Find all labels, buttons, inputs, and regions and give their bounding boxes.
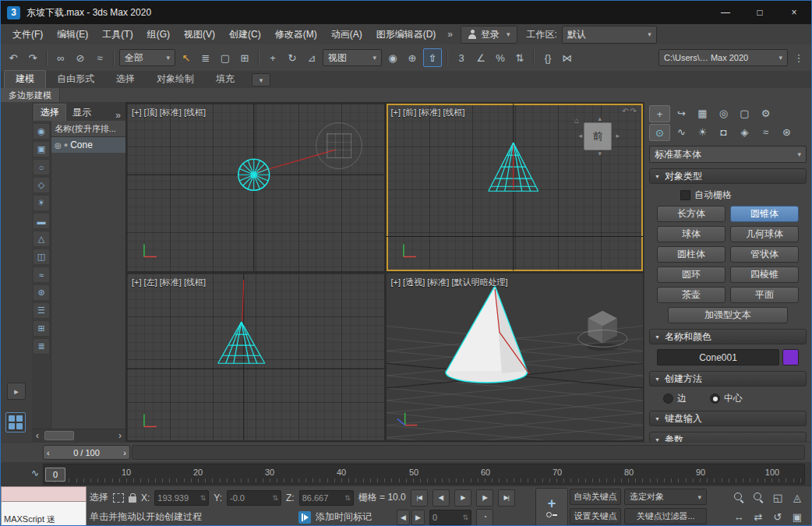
- textplus-button[interactable]: 加强型文本: [668, 307, 788, 323]
- app-logo-icon[interactable]: 3: [7, 6, 20, 19]
- maximize-viewport-icon[interactable]: ▣: [788, 507, 807, 526]
- window-crossing-icon[interactable]: ⊞: [236, 49, 253, 66]
- viewcube-right-icon[interactable]: ▸: [616, 132, 620, 139]
- unlink-selection-icon[interactable]: ⊘: [72, 49, 89, 66]
- explorer-tab-select[interactable]: 选择: [34, 104, 66, 121]
- zoom-extents-icon[interactable]: ◱: [768, 488, 787, 507]
- select-and-manipulate-icon[interactable]: ⊕: [404, 49, 421, 66]
- pan-icon[interactable]: ↔: [729, 507, 748, 526]
- menu-create[interactable]: 创建(C): [222, 24, 268, 44]
- ribbon-tab-selection[interactable]: 选择: [105, 71, 146, 88]
- ribbon-tab-freeform[interactable]: 自由形式: [46, 71, 105, 88]
- display-filter-icon[interactable]: ○: [33, 159, 50, 175]
- spinner-icon[interactable]: ⇅: [200, 494, 207, 502]
- key-filter-selection-dropdown[interactable]: 选定对象 ▾: [624, 489, 707, 505]
- modify-panel-icon[interactable]: ↪: [672, 105, 691, 121]
- ribbon-tab-populate[interactable]: 填充: [205, 71, 245, 88]
- teapot-button[interactable]: 茶壶: [657, 287, 726, 303]
- list-item-cone[interactable]: ◎ ● Cone: [51, 137, 125, 153]
- reference-coordinate-dropdown[interactable]: 视图 ▾: [323, 49, 382, 66]
- spinner-snap-icon[interactable]: ⇅: [511, 49, 528, 66]
- add-time-tag-label[interactable]: 添加时间标记: [316, 510, 372, 524]
- object-color-swatch[interactable]: [782, 349, 799, 365]
- add-time-tag-icon[interactable]: [298, 511, 311, 524]
- autogrid-checkbox[interactable]: [680, 190, 690, 200]
- pyramid-button[interactable]: 四棱锥: [730, 267, 799, 283]
- explorer-sort-header[interactable]: 名称(按升序排...: [51, 121, 125, 137]
- viewport-top[interactable]: [+] [顶] [标准] [线框]: [127, 104, 384, 271]
- menu-animation[interactable]: 动画(A): [324, 24, 369, 44]
- visibility-icon[interactable]: ◎: [55, 141, 62, 150]
- explorer-scrollbar[interactable]: ‹ ›: [32, 429, 125, 442]
- spinner-icon[interactable]: ⇅: [272, 494, 278, 502]
- cylinder-button[interactable]: 圆柱体: [657, 246, 726, 263]
- go-to-start-button[interactable]: |◀: [411, 489, 428, 507]
- bind-to-space-warp-icon[interactable]: ≈: [91, 49, 108, 66]
- selection-region-icon[interactable]: [113, 493, 124, 503]
- systems-category-icon[interactable]: ⊛: [777, 124, 796, 139]
- minimize-button[interactable]: —: [708, 1, 743, 24]
- display-filter-icon[interactable]: ⊛: [33, 284, 50, 301]
- previous-frame-button[interactable]: ◀|: [432, 489, 450, 507]
- motion-panel-icon[interactable]: ◎: [714, 105, 733, 121]
- lights-category-icon[interactable]: ☀: [693, 124, 712, 139]
- menu-modifiers[interactable]: 修改器(M): [268, 24, 324, 44]
- z-coordinate-field[interactable]: 86.667⇅: [299, 490, 354, 506]
- viewcube-left-icon[interactable]: ◂: [578, 132, 582, 139]
- cone-button[interactable]: 圆锥体: [730, 206, 799, 222]
- viewport-perspective[interactable]: [+] [透视] [标准] [默认明暗处理]: [387, 274, 644, 441]
- name-color-header[interactable]: ▼ 名称和颜色: [649, 329, 807, 344]
- maxscript-mini-listener[interactable]: MAXScript 迷: [1, 486, 86, 526]
- orbit-icon[interactable]: ↺: [768, 507, 787, 526]
- tube-button[interactable]: 管状体: [730, 246, 799, 263]
- viewport-layout-tabs-icon[interactable]: [5, 412, 26, 432]
- use-pivot-point-center-icon[interactable]: ◉: [384, 49, 401, 66]
- listener-pane[interactable]: MAXScript 迷: [1, 502, 86, 526]
- display-filter-icon[interactable]: ◉: [33, 123, 50, 139]
- redo-icon[interactable]: ↷: [24, 49, 41, 66]
- menu-edit[interactable]: 编辑(E): [50, 24, 95, 44]
- object-type-header[interactable]: ▼ 对象类型: [649, 168, 807, 184]
- slider-prev-icon[interactable]: ‹: [47, 448, 50, 457]
- x-coordinate-field[interactable]: 193.939⇅: [154, 490, 209, 506]
- cameras-category-icon[interactable]: ◘: [714, 124, 733, 139]
- keyboard-entry-header[interactable]: ▼ 键盘输入: [649, 411, 807, 426]
- helpers-category-icon[interactable]: ◈: [735, 124, 754, 139]
- viewport-front[interactable]: [+] [前] [标准] [线框] ⌂ ↶↷ 前 ▴ ▾ ◂ ▸: [387, 104, 644, 271]
- snaps-toggle-icon[interactable]: 3: [453, 49, 470, 66]
- keyboard-shortcut-override-icon[interactable]: ⇧: [423, 48, 442, 67]
- geometry-category-icon[interactable]: ⊙: [649, 124, 670, 141]
- set-key-button[interactable]: 设置关键点: [570, 508, 621, 524]
- viewport-label[interactable]: [+] [前] [标准] [线框]: [391, 107, 465, 118]
- primitive-category-dropdown[interactable]: 标准基本体 ▾: [649, 146, 807, 163]
- selection-filter-dropdown[interactable]: 全部 ▾: [119, 49, 175, 66]
- display-filter-icon[interactable]: ▬: [33, 213, 50, 229]
- time-slider-handle[interactable]: ‹ 0 / 100 ›: [43, 445, 130, 460]
- display-panel-icon[interactable]: ▢: [735, 105, 754, 121]
- display-filter-icon[interactable]: ≈: [33, 267, 50, 283]
- track-bar-ruler[interactable]: 0 10 20 30 40 50 60 70 80 90 100: [43, 464, 805, 485]
- previous-key-icon[interactable]: ◀: [397, 510, 410, 525]
- close-button[interactable]: ×: [777, 1, 811, 24]
- viewcube-up-icon[interactable]: ▴: [598, 115, 602, 122]
- menu-graph-editors[interactable]: 图形编辑器(D): [369, 24, 443, 44]
- ribbon-minimize-icon[interactable]: ▾: [252, 73, 270, 86]
- spinner-icon[interactable]: ⇅: [344, 494, 351, 502]
- menu-views[interactable]: 视图(V): [177, 24, 222, 44]
- display-filter-icon[interactable]: ◇: [33, 177, 50, 193]
- auto-key-button[interactable]: 自动关键点: [570, 489, 621, 505]
- current-frame-field[interactable]: 0⇅: [429, 510, 471, 525]
- project-folder-dropdown[interactable]: C:\Users\… Max 2020 ▾: [658, 49, 788, 66]
- macro-recorder-pane[interactable]: [1, 486, 86, 502]
- display-filter-icon[interactable]: ☰: [33, 302, 50, 319]
- next-key-icon[interactable]: ▶: [411, 510, 425, 525]
- login-button[interactable]: 登录 ▾: [461, 26, 517, 44]
- viewport-left[interactable]: [+] [左] [标准] [线框]: [127, 274, 384, 441]
- key-filters-button[interactable]: 关键点过滤器...: [624, 508, 707, 524]
- display-filter-icon[interactable]: ≣: [33, 338, 50, 355]
- zoom-icon[interactable]: [729, 488, 748, 507]
- set-key-mode-button[interactable]: +: [535, 488, 568, 526]
- select-by-name-icon[interactable]: ≣: [197, 49, 214, 66]
- slider-next-icon[interactable]: ›: [123, 448, 126, 457]
- menu-tools[interactable]: 工具(T): [95, 24, 139, 44]
